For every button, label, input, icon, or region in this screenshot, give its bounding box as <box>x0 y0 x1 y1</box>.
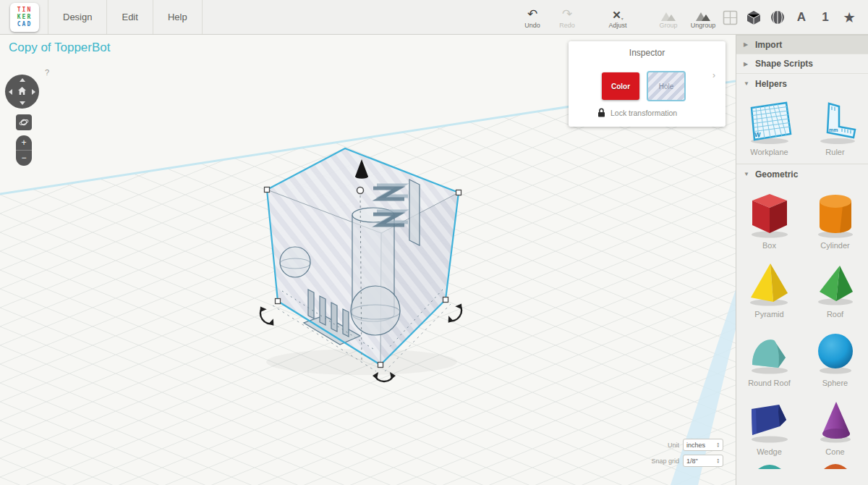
app-header: TIN KER CAD Design Edit Help ↶ Undo ↷ Re… <box>0 0 868 35</box>
snap-grid-select[interactable]: 1/8" ▲▼ <box>683 455 723 467</box>
ruler-helper-icon: mm <box>812 101 859 146</box>
helpers-grid: W Workplane mm Ruler <box>736 93 868 164</box>
box-icon <box>746 191 793 239</box>
shape-library-tabs: A 1 ★ <box>721 9 858 26</box>
inspector-title: Inspector <box>569 41 726 58</box>
color-swatch-button[interactable]: Color <box>602 72 639 100</box>
symbols-tab-icon[interactable]: ★ <box>841 9 858 26</box>
inspector-expand-icon[interactable]: › <box>712 70 715 80</box>
orbit-down-icon[interactable] <box>20 101 25 105</box>
cone-icon <box>812 397 859 445</box>
shape-partial-icon[interactable] <box>755 463 784 469</box>
roof-icon <box>812 260 859 308</box>
zoom-out-button[interactable]: − <box>16 150 32 164</box>
lock-transformation-toggle[interactable]: Lock transformation <box>597 108 677 117</box>
shape-roof[interactable]: Roof <box>802 256 868 324</box>
section-shape-scripts[interactable]: ▶ Shape Scripts <box>736 54 868 74</box>
zoom-in-button[interactable]: + <box>16 135 32 150</box>
shape-cone[interactable]: Cone <box>802 393 868 462</box>
undo-button[interactable]: ↶ Undo <box>515 4 550 29</box>
geometric-grid: Box Cylinder Pyramid <box>736 184 868 463</box>
corner-handle[interactable] <box>443 298 448 303</box>
unit-label: Unit <box>668 442 679 449</box>
unit-value: inches <box>686 442 705 449</box>
hole-swatch-button[interactable]: Hole <box>647 71 686 101</box>
redo-button[interactable]: ↷ Redo <box>550 4 584 29</box>
redo-icon: ↷ <box>562 8 572 21</box>
view-orbit-pad[interactable] <box>5 75 39 109</box>
orbit-right-icon[interactable] <box>32 89 35 95</box>
ungroup-icon <box>694 10 712 21</box>
adjust-button[interactable]: ✕ ▾ Adjust <box>600 4 635 29</box>
inspector-panel: Inspector Color Hole › Lock transformati… <box>569 41 726 127</box>
workplane-settings: Unit inches ▲▼ Snap grid 1/8" ▲▼ <box>642 439 723 471</box>
snap-grid-label: Snap grid <box>651 457 679 465</box>
menu-bar: Design Edit Help <box>48 0 203 34</box>
corner-handle[interactable] <box>456 190 461 195</box>
pyramid-icon <box>746 260 793 308</box>
round-roof-icon <box>746 329 793 376</box>
edit-toolbar: ↶ Undo ↷ Redo ✕ ▾ Adjust Group <box>515 4 720 29</box>
logo-line: KER <box>10 14 39 21</box>
shape-partial-icon[interactable] <box>821 463 850 469</box>
group-button[interactable]: Group <box>651 4 686 29</box>
design-title[interactable]: Copy of TopperBot <box>9 41 111 55</box>
orbit-up-icon[interactable] <box>20 78 25 82</box>
stepper-icon: ▲▼ <box>717 458 720 464</box>
logo-line: TIN <box>10 7 39 14</box>
numbers-tab-icon[interactable]: 1 <box>817 9 834 26</box>
shape-box[interactable]: Box <box>736 187 802 256</box>
sphere-icon <box>812 329 859 376</box>
chevron-down-icon: ▼ <box>744 80 755 87</box>
stepper-icon: ▲▼ <box>717 442 720 448</box>
zoom-control[interactable]: + − <box>16 135 32 166</box>
undo-icon: ↶ <box>527 8 537 21</box>
shape-cylinder[interactable]: Cylinder <box>802 187 868 256</box>
shape-round-roof[interactable]: Round Roof <box>736 324 802 393</box>
workplane-w-label: W <box>754 131 761 138</box>
ruler-mm-label: mm <box>829 127 838 132</box>
helper-workplane[interactable]: W Workplane <box>736 96 802 162</box>
help-icon[interactable]: ? <box>45 68 49 77</box>
lock-icon <box>597 108 605 117</box>
logo-line: CAD <box>10 21 39 28</box>
helper-ruler[interactable]: mm Ruler <box>802 96 868 162</box>
cylinder-icon <box>812 191 859 239</box>
group-icon <box>660 10 677 21</box>
lock-transformation-label: Lock transformation <box>610 109 677 117</box>
corner-handle[interactable] <box>276 299 281 304</box>
color-swatch-label: Color <box>611 83 630 90</box>
home-view-icon[interactable] <box>17 86 27 96</box>
workplane-tab-icon[interactable] <box>721 9 739 26</box>
corner-handle[interactable] <box>378 363 383 368</box>
patterns-tab-icon[interactable] <box>769 9 786 26</box>
chevron-right-icon: ▶ <box>744 41 755 48</box>
orbit-left-icon[interactable] <box>9 89 12 95</box>
chevron-down-icon: ▼ <box>744 171 755 177</box>
section-geometric[interactable]: ▼ Geometric <box>736 164 868 184</box>
letters-tab-icon[interactable]: A <box>793 9 810 26</box>
tinkercad-logo[interactable]: TIN KER CAD <box>10 3 39 32</box>
adjust-icon: ✕ <box>612 9 621 21</box>
corner-handle[interactable] <box>265 187 270 193</box>
geometric-tab-icon[interactable] <box>745 9 762 26</box>
shape-pyramid[interactable]: Pyramid <box>736 256 802 324</box>
menu-edit[interactable]: Edit <box>107 0 153 34</box>
shape-sidebar: ▶ Import ▶ Shape Scripts ▼ Helpers W Wor… <box>736 35 868 485</box>
snap-grid-value: 1/8" <box>686 457 698 465</box>
hole-swatch-label: Hole <box>659 83 674 90</box>
adjust-caret-icon: ▾ <box>621 16 624 21</box>
rotate-view-button[interactable] <box>16 114 32 130</box>
menu-design[interactable]: Design <box>48 0 107 34</box>
shape-wedge[interactable]: Wedge <box>736 393 802 462</box>
wedge-icon <box>746 397 793 445</box>
menu-help[interactable]: Help <box>153 0 203 34</box>
top-scale-handle[interactable] <box>357 187 364 194</box>
section-helpers[interactable]: ▼ Helpers <box>736 74 868 93</box>
ungroup-button[interactable]: Ungroup <box>686 4 720 29</box>
section-import[interactable]: ▶ Import <box>736 35 868 54</box>
shape-sphere[interactable]: Sphere <box>802 324 868 393</box>
next-row-partial <box>736 463 868 469</box>
unit-select[interactable]: inches ▲▼ <box>683 439 723 451</box>
rotate-view-icon <box>19 117 29 127</box>
